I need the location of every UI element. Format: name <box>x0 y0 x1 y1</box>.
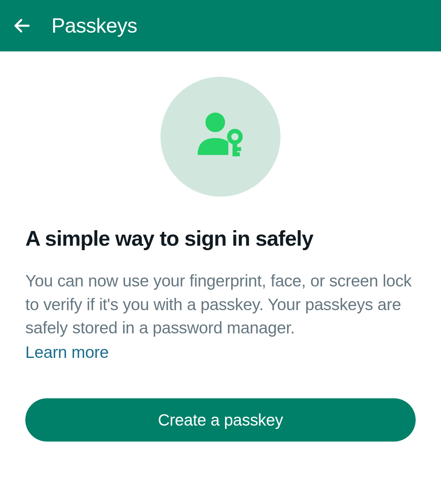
passkey-illustration <box>160 77 281 197</box>
learn-more-link[interactable]: Learn more <box>25 341 109 364</box>
back-button[interactable] <box>12 16 32 36</box>
arrow-left-icon <box>12 16 32 36</box>
content-description: You can now use your fingerprint, face, … <box>25 271 412 337</box>
svg-rect-6 <box>233 152 240 156</box>
svg-rect-5 <box>233 147 241 151</box>
text-section: A simple way to sign in safely You can n… <box>25 226 416 442</box>
page-title: Passkeys <box>51 14 137 38</box>
user-key-icon <box>188 104 253 169</box>
app-header: Passkeys <box>0 0 441 51</box>
svg-point-3 <box>231 133 238 140</box>
svg-point-1 <box>205 113 225 132</box>
content-heading: A simple way to sign in safely <box>25 226 416 251</box>
create-passkey-button[interactable]: Create a passkey <box>25 398 416 442</box>
main-content: A simple way to sign in safely You can n… <box>0 51 441 442</box>
